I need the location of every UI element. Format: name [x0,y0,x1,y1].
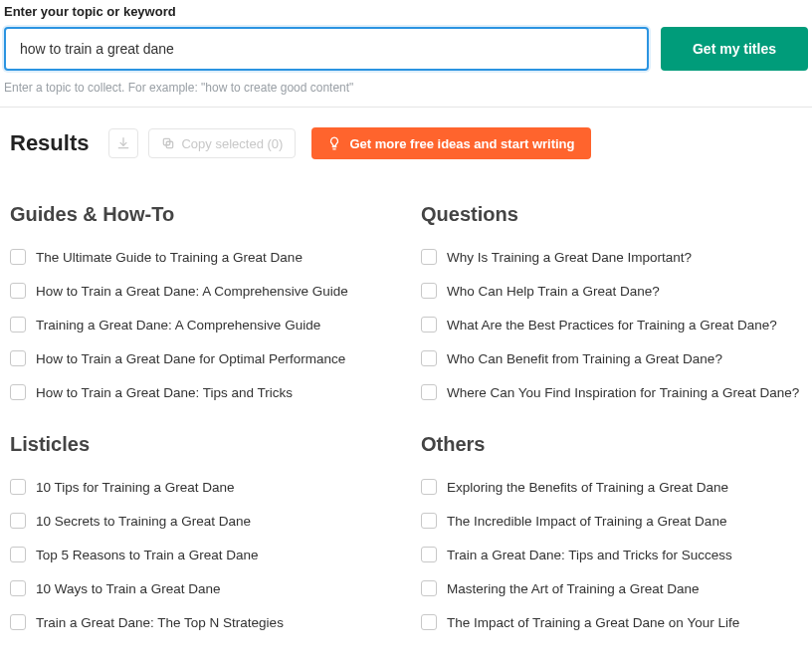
list-item[interactable]: Mastering the Art of Training a Great Da… [421,571,802,605]
search-hint: Enter a topic to collect. For example: "… [4,81,808,95]
get-titles-button[interactable]: Get my titles [661,27,808,71]
list-item[interactable]: Train a Great Dane: Tips and Tricks for … [421,538,802,571]
list-item-label: 10 Secrets to Training a Great Dane [36,514,251,529]
list-item[interactable]: Why Is Training a Great Dane Important? [421,240,802,274]
list-item-label: Who Can Benefit from Training a Great Da… [447,351,722,366]
section-title: Listicles [10,433,391,456]
checkbox[interactable] [421,614,437,630]
list-item[interactable]: Who Can Benefit from Training a Great Da… [421,341,802,375]
list-item-label: Who Can Help Train a Great Dane? [447,284,660,299]
get-more-ideas-button[interactable]: Get more free ideas and start writing [311,127,590,159]
list-item-label: Top 5 Reasons to Train a Great Dane [36,548,259,562]
list-item[interactable]: Top 5 Reasons to Train a Great Dane [10,538,391,571]
search-label: Enter your topic or keyword [4,4,808,19]
copy-selected-button[interactable]: Copy selected (0) [148,128,296,158]
copy-icon [161,136,175,150]
checkbox[interactable] [421,283,437,299]
list-item-label: Exploring the Benefits of Training a Gre… [447,480,728,495]
checkbox[interactable] [421,249,437,265]
checkbox[interactable] [421,547,437,562]
checkbox[interactable] [421,384,437,400]
download-icon [116,136,130,150]
list-item-label: Why Is Training a Great Dane Important? [447,250,692,265]
checkbox[interactable] [10,317,26,333]
search-input[interactable] [4,27,649,71]
list-item-label: The Impact of Training a Great Dane on Y… [447,615,739,630]
list-item[interactable]: 10 Ways to Train a Great Dane [10,571,391,605]
list-item-label: Train a Great Dane: Tips and Tricks for … [447,548,732,562]
list-item[interactable]: What Are the Best Practices for Training… [421,308,802,341]
checkbox[interactable] [10,547,26,562]
list-item-label: How to Train a Great Dane: A Comprehensi… [36,284,348,299]
list-item-label: 10 Ways to Train a Great Dane [36,581,221,596]
list-item-label: The Incredible Impact of Training a Grea… [447,514,726,529]
list-item[interactable]: The Impact of Training a Great Dane on Y… [421,605,802,639]
lightbulb-icon [327,136,341,150]
list-item-label: What Are the Best Practices for Training… [447,318,777,333]
list-item[interactable]: Train a Great Dane: The Top N Strategies [10,605,391,639]
list-item-label: 10 Tips for Training a Great Dane [36,480,235,495]
checkbox[interactable] [421,350,437,366]
checkbox[interactable] [421,513,437,529]
list-item[interactable]: 10 Tips for Training a Great Dane [10,470,391,504]
checkbox[interactable] [10,249,26,265]
list-item-label: Mastering the Art of Training a Great Da… [447,581,700,596]
list-item[interactable]: 10 Secrets to Training a Great Dane [10,504,391,538]
list-item[interactable]: Training a Great Dane: A Comprehensive G… [10,308,391,341]
copy-selected-label: Copy selected (0) [181,136,283,151]
section-title: Guides & How-To [10,203,391,226]
checkbox[interactable] [421,479,437,495]
list-item[interactable]: How to Train a Great Dane: Tips and Tric… [10,375,391,409]
checkbox[interactable] [10,580,26,596]
results-heading: Results [10,130,89,156]
list-item[interactable]: How to Train a Great Dane: A Comprehensi… [10,274,391,308]
list-item-label: Where Can You Find Inspiration for Train… [447,385,799,400]
checkbox[interactable] [10,479,26,495]
list-item[interactable]: Who Can Help Train a Great Dane? [421,274,802,308]
checkbox[interactable] [10,283,26,299]
checkbox[interactable] [10,513,26,529]
checkbox[interactable] [10,384,26,400]
section-title: Others [421,433,802,456]
list-item-label: The Ultimate Guide to Training a Great D… [36,250,303,265]
checkbox[interactable] [10,614,26,630]
list-item[interactable]: Where Can You Find Inspiration for Train… [421,375,802,409]
list-item[interactable]: The Incredible Impact of Training a Grea… [421,504,802,538]
list-item[interactable]: Exploring the Benefits of Training a Gre… [421,470,802,504]
list-item-label: Training a Great Dane: A Comprehensive G… [36,318,320,333]
list-item[interactable]: The Ultimate Guide to Training a Great D… [10,240,391,274]
list-item-label: How to Train a Great Dane: Tips and Tric… [36,385,293,400]
checkbox[interactable] [421,580,437,596]
list-item[interactable]: How to Train a Great Dane for Optimal Pe… [10,341,391,375]
list-item-label: Train a Great Dane: The Top N Strategies [36,615,284,630]
checkbox[interactable] [421,317,437,333]
checkbox[interactable] [10,350,26,366]
list-item-label: How to Train a Great Dane for Optimal Pe… [36,351,345,366]
cta-label: Get more free ideas and start writing [349,136,574,151]
section-title: Questions [421,203,802,226]
download-button[interactable] [108,128,138,158]
